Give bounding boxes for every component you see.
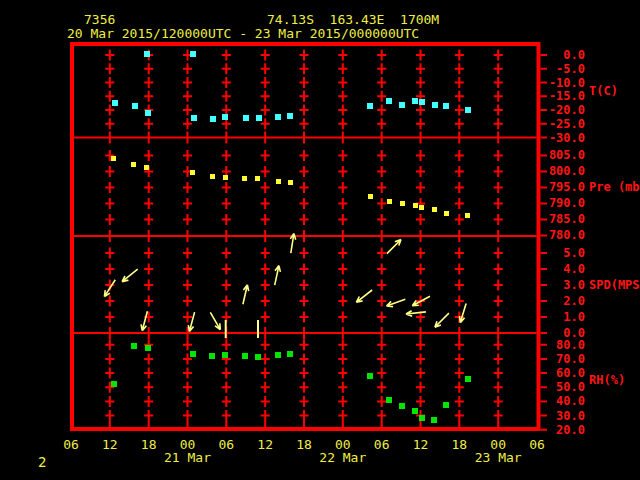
y-tick-label-humidity: 30.0 (533, 410, 585, 422)
wind-arrow (122, 269, 138, 282)
pressure-point (144, 165, 149, 170)
humidity-point (190, 351, 196, 357)
humidity-point (367, 373, 373, 379)
temperature-point (287, 113, 293, 119)
wind-arrow (243, 285, 249, 305)
humidity-point (412, 408, 418, 414)
x-hour-label: 18 (284, 438, 324, 451)
temperature-point (112, 100, 118, 106)
temperature-point (367, 103, 373, 109)
pressure-point (387, 199, 392, 204)
y-axis-unit-temperature: T(C) (589, 85, 618, 97)
humidity-point (255, 354, 261, 360)
pressure-point (465, 213, 470, 218)
x-hour-label: 06 (51, 438, 91, 451)
y-tick-label-wind: 2.0 (533, 295, 585, 307)
y-tick-label-temperature: -10.0 (533, 77, 585, 89)
x-hour-label: 12 (401, 438, 441, 451)
humidity-point (111, 381, 117, 387)
wind-arrow (188, 312, 194, 331)
humidity-point (287, 351, 293, 357)
temperature-point (144, 51, 150, 57)
humidity-point (222, 352, 228, 358)
wind-arrow (406, 311, 426, 317)
humidity-point (209, 353, 215, 359)
meteogram-screen: 7356 74.13S 163.43E 1700M 20 Mar 2015/12… (0, 0, 640, 480)
pressure-point (444, 211, 449, 216)
pressure-point (288, 180, 293, 185)
y-tick-label-temperature: -5.0 (533, 63, 585, 75)
y-tick-label-pressure: 805.0 (533, 149, 585, 161)
header-time-range: 20 Mar 2015/120000UTC - 23 Mar 2015/0000… (67, 27, 419, 41)
x-hour-label: 06 (206, 438, 246, 451)
y-tick-label-humidity: 70.0 (533, 353, 585, 365)
temperature-point (191, 115, 197, 121)
humidity-point (431, 417, 437, 423)
y-axis-unit-humidity: RH(%) (589, 374, 625, 386)
y-tick-label-pressure: 785.0 (533, 213, 585, 225)
wind-arrow (387, 240, 401, 254)
x-hour-label: 12 (245, 438, 285, 451)
x-date-label: 23 Mar (456, 451, 540, 464)
temperature-point (210, 116, 216, 122)
y-tick-label-temperature: -30.0 (533, 132, 585, 144)
temperature-point (132, 103, 138, 109)
x-hour-label: 06 (362, 438, 402, 451)
y-tick-label-temperature: -20.0 (533, 104, 585, 116)
temperature-point (190, 51, 196, 57)
temperature-point (145, 110, 151, 116)
x-date-label: 21 Mar (146, 451, 230, 464)
y-tick-label-humidity: 50.0 (533, 381, 585, 393)
y-tick-label-humidity: 80.0 (533, 339, 585, 351)
humidity-point (145, 345, 151, 351)
pressure-point (413, 203, 418, 208)
x-hour-label: 18 (439, 438, 479, 451)
y-tick-label-wind: 5.0 (533, 247, 585, 259)
wind-arrow (435, 313, 449, 327)
y-tick-label-wind: 1.0 (533, 311, 585, 323)
station-id: 7356 (84, 13, 115, 27)
temperature-point (419, 99, 425, 105)
wind-arrow (387, 299, 406, 306)
temperature-point (412, 98, 418, 104)
y-axis-unit-pressure: Pre (mb) (589, 181, 640, 193)
humidity-point (465, 376, 471, 382)
y-tick-label-humidity: 20.0 (533, 424, 585, 436)
wind-arrow (275, 266, 281, 286)
y-tick-label-temperature: 0.0 (533, 49, 585, 61)
pressure-point (255, 176, 260, 181)
y-tick-label-humidity: 40.0 (533, 395, 585, 407)
temperature-point (443, 103, 449, 109)
y-tick-label-pressure: 790.0 (533, 197, 585, 209)
pressure-point (400, 201, 405, 206)
temperature-point (465, 107, 471, 113)
y-tick-label-wind: 4.0 (533, 263, 585, 275)
temperature-point (386, 98, 392, 104)
temperature-point (275, 114, 281, 120)
y-tick-label-temperature: -15.0 (533, 90, 585, 102)
humidity-point (399, 403, 405, 409)
pressure-point (368, 194, 373, 199)
y-tick-label-wind: 3.0 (533, 279, 585, 291)
x-hour-label: 12 (90, 438, 130, 451)
humidity-point (443, 402, 449, 408)
pressure-point (276, 179, 281, 184)
x-hour-label: 06 (517, 438, 557, 451)
pressure-point (111, 156, 116, 161)
temperature-point (256, 115, 262, 121)
temperature-point (399, 102, 405, 108)
y-axis-unit-wind-speed: SPD(MPS) (589, 279, 640, 291)
y-tick-label-pressure: 780.0 (533, 229, 585, 241)
humidity-point (242, 353, 248, 359)
pressure-point (419, 205, 424, 210)
y-tick-label-pressure: 795.0 (533, 181, 585, 193)
temperature-point (222, 114, 228, 120)
humidity-point (275, 352, 281, 358)
station-location: 74.13S 163.43E 1700M (267, 13, 439, 27)
wind-arrow (356, 290, 372, 302)
wind-arrow (141, 311, 147, 330)
wind-arrow (290, 234, 295, 254)
y-tick-label-humidity: 60.0 (533, 367, 585, 379)
pressure-point (432, 207, 437, 212)
y-tick-label-pressure: 800.0 (533, 165, 585, 177)
